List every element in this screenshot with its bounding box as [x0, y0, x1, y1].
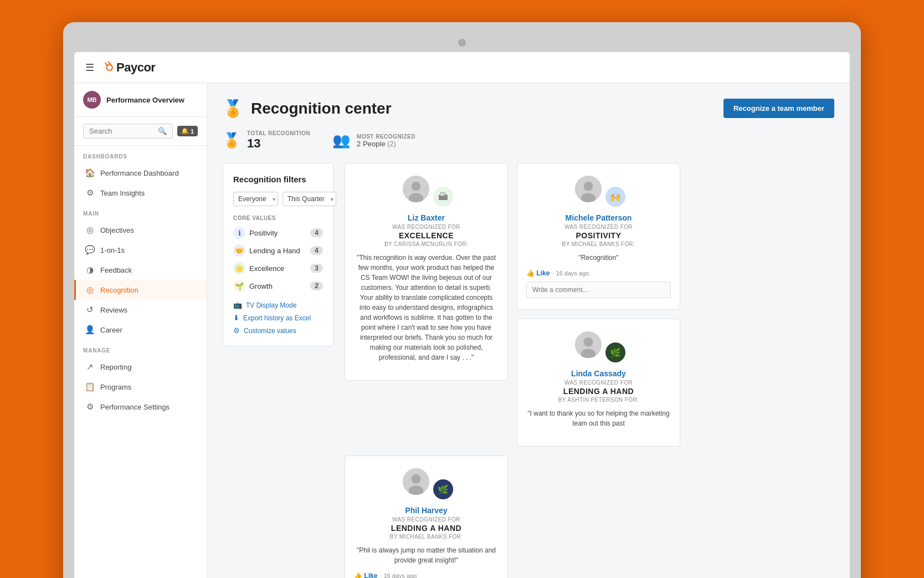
- positivity-icon: ℹ: [233, 227, 245, 239]
- most-recognized-stat: 👥 MOST RECOGNIZED 2 People (2): [332, 130, 415, 151]
- export-excel-link[interactable]: ⬇ Export history as Excel: [233, 314, 323, 322]
- core-value-label: POSITIVITY: [526, 231, 671, 240]
- core-value-count: 4: [310, 246, 323, 255]
- recognition-card-linda-cassady: 🌿 Linda Cassady WAS RECOGNIZED FOR LENDI…: [517, 319, 680, 447]
- sidebar-item-label: Reporting: [100, 363, 198, 371]
- cards-column-3: 🌿 Phil Harvey WAS RECOGNIZED FOR LENDING…: [345, 456, 508, 578]
- svg-point-1: [411, 182, 420, 191]
- sidebar-item-performance-settings[interactable]: ⚙ Performance Settings: [74, 397, 207, 417]
- screen: ☰ Paycor MB Perfor: [74, 52, 850, 578]
- badge-avatar: 🙌: [604, 186, 627, 208]
- badge-avatar: 🌿: [604, 341, 627, 364]
- recognition-center-icon: 🏅: [223, 99, 243, 118]
- filter-links: 📺 TV Display Mode ⬇ Export history as Ex…: [233, 301, 323, 335]
- was-recognized-label: WAS RECOGNIZED FOR: [354, 224, 499, 230]
- sidebar-item-performance-dashboard[interactable]: 🏠 Performance Dashboard: [74, 163, 207, 183]
- sidebar-item-programs[interactable]: 📋 Programs: [74, 377, 207, 397]
- settings-icon: ⚙: [85, 402, 95, 412]
- search-box[interactable]: 🔍: [83, 124, 173, 139]
- sidebar-item-1on1s[interactable]: 💬 1-on-1s: [74, 240, 207, 260]
- core-value-positivity[interactable]: ℹ Positivity 4: [233, 227, 323, 239]
- card-avatars: 🙌: [526, 175, 671, 208]
- card-avatars: 🌿: [526, 330, 671, 364]
- paycor-logo-text: Paycor: [116, 60, 155, 75]
- total-recognition-label: TOTAL RECOGNITION: [247, 130, 310, 136]
- svg-point-7: [583, 337, 593, 347]
- like-time: · 16 days ago: [380, 572, 417, 578]
- recognition-icon: ◎: [85, 285, 95, 295]
- sidebar-item-label: Reviews: [100, 306, 198, 314]
- recipient-name: Liz Baxter: [354, 213, 499, 222]
- sidebar-item-career[interactable]: 👤 Career: [74, 320, 207, 340]
- core-value-lending[interactable]: 🤝 Lending a Hand 4: [233, 244, 323, 257]
- home-icon: 🏠: [85, 168, 95, 178]
- sidebar-item-label: Career: [100, 326, 198, 334]
- cards-column-2: 🙌 Michele Patterson WAS RECOGNIZED FOR P…: [517, 163, 680, 447]
- customize-icon: ⚙: [233, 326, 240, 335]
- content-area: 🏅 Recognition center Recognize a team me…: [207, 83, 850, 578]
- core-value-excellence[interactable]: 🌟 Excellence 3: [233, 262, 323, 274]
- recognized-by: BY CARISSA MCNURLIN FOR:: [354, 241, 499, 247]
- bell-icon: 🔔: [181, 127, 189, 135]
- quarter-select[interactable]: This Quarter: [283, 192, 336, 206]
- recognition-quote: "Phil is always jump no matter the situa…: [354, 545, 499, 565]
- everyone-select[interactable]: Everyone: [233, 192, 278, 206]
- svg-point-2: [408, 193, 423, 203]
- objectives-icon: ◎: [85, 225, 95, 235]
- paycor-bird-icon: [102, 60, 114, 74]
- tv-display-link[interactable]: 📺 TV Display Mode: [233, 301, 323, 309]
- core-values-label: CORE VALUES: [233, 215, 323, 221]
- recipient-avatar: [402, 467, 430, 496]
- lending-icon: 🤝: [233, 244, 245, 257]
- sidebar-item-reviews[interactable]: ↺ Reviews: [74, 300, 207, 320]
- recognition-quote: "Recognition": [526, 253, 671, 263]
- badge-avatar: 🏔: [432, 186, 454, 208]
- main-layout: MB Performance Overview 🔍 🔔 1: [74, 83, 850, 578]
- customize-values-link[interactable]: ⚙ Customize values: [233, 326, 323, 335]
- recognition-cards: 🏔 Liz Baxter WAS RECOGNIZED FOR EXCELLEN…: [345, 163, 834, 578]
- export-icon: ⬇: [233, 314, 239, 322]
- like-button[interactable]: 👍 Like: [526, 269, 550, 277]
- sidebar-item-objectives[interactable]: ◎ Objectives: [74, 220, 207, 240]
- notification-badge[interactable]: 🔔 1: [177, 126, 198, 136]
- core-value-label: EXCELLENCE: [354, 231, 499, 240]
- excellence-icon: 🌟: [233, 262, 245, 274]
- core-value-label: LENDING A HAND: [526, 387, 671, 396]
- everyone-select-wrapper: Everyone: [233, 192, 278, 206]
- topbar: ☰ Paycor: [74, 52, 850, 83]
- recognition-quote: "This recognition is way overdue. Over t…: [354, 253, 499, 362]
- programs-icon: 📋: [85, 382, 95, 392]
- card-avatars: 🌿: [354, 467, 499, 500]
- svg-point-10: [411, 474, 420, 484]
- recognized-by: BY MICHAEL BANKS FOR:: [354, 534, 499, 540]
- content-grid: Recognition filters Everyone This Quarte…: [223, 163, 834, 578]
- sidebar-item-team-insights[interactable]: ⚙ Team Insights: [74, 183, 207, 203]
- recognition-quote: "I want to thank you so for helping the …: [526, 408, 671, 428]
- like-button[interactable]: 👍 Like: [354, 572, 377, 578]
- hamburger-icon[interactable]: ☰: [85, 62, 94, 74]
- most-recognized-label: MOST RECOGNIZED: [357, 134, 415, 140]
- like-row: 👍 Like · 16 days ago: [526, 269, 671, 277]
- avatar: MB: [83, 91, 101, 109]
- svg-point-8: [581, 349, 595, 359]
- page-title-row: 🏅 Recognition center: [223, 99, 392, 118]
- card-avatars: 🏔: [354, 175, 499, 208]
- core-value-label: LENDING A HAND: [354, 524, 499, 533]
- recipient-avatar: [402, 175, 430, 203]
- sidebar: MB Performance Overview 🔍 🔔 1: [74, 83, 207, 578]
- recognize-team-member-button[interactable]: Recognize a team member: [723, 99, 834, 118]
- sidebar-item-reporting[interactable]: ↗ Reporting: [74, 357, 207, 377]
- core-value-name: Growth: [249, 282, 273, 290]
- core-value-growth[interactable]: 🌱 Growth 2: [233, 280, 323, 292]
- sidebar-item-feedback[interactable]: ◑ Feedback: [74, 260, 207, 280]
- svg-point-5: [581, 193, 595, 203]
- core-value-name: Excellence: [249, 264, 284, 273]
- sidebar-item-label: 1-on-1s: [100, 246, 198, 254]
- tv-icon: 📺: [233, 301, 242, 309]
- comment-input[interactable]: [526, 282, 671, 298]
- total-recognition-stat: 🏅 TOTAL RECOGNITION 13: [223, 130, 310, 151]
- recognized-by: BY ASHTIN PETERSON FOR:: [526, 397, 671, 403]
- search-input[interactable]: [89, 127, 158, 135]
- sidebar-item-recognition[interactable]: ◎ Recognition: [74, 280, 207, 300]
- recipient-avatar: [574, 175, 603, 203]
